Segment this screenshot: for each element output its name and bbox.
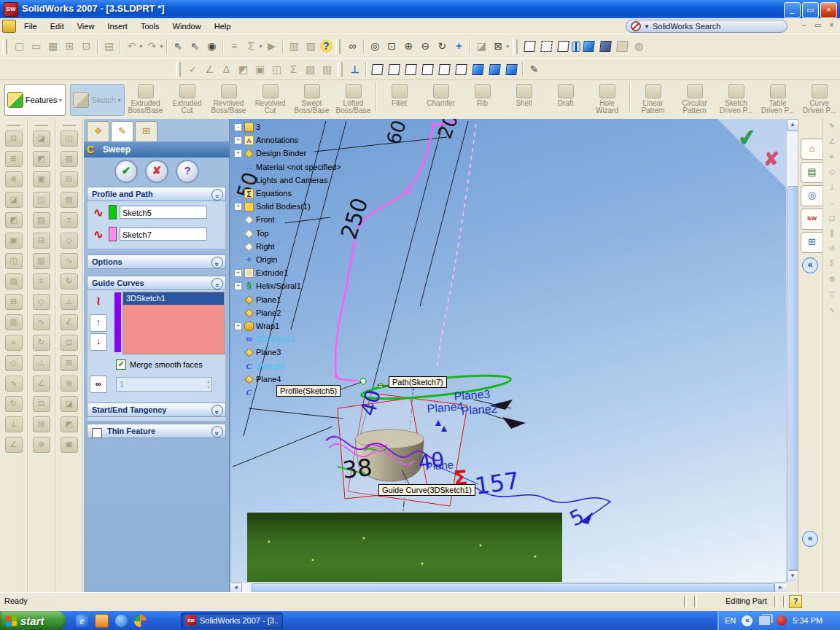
dim-60[interactable]: 60 [382,119,411,147]
feature-tool-icon[interactable]: ▥ [33,253,50,269]
feature-tool-icon[interactable]: ∠ [5,437,23,453]
feature-tool-icon[interactable]: ≡ [5,335,23,351]
restore-button[interactable]: ▭ [802,2,819,18]
tree-item-helix-spiral1[interactable]: +§Helix/Spiral1 [234,280,301,292]
language-indicator[interactable]: EN [725,616,736,625]
expand-box-icon[interactable]: + [234,282,242,290]
feature-tool-icon[interactable]: ◩ [5,212,23,228]
feature-tool-icon[interactable]: ⊞ [33,416,50,432]
button-circular-pattern[interactable]: Circular Pattern [674,84,715,117]
feature-tool-icon[interactable]: ◪ [61,396,78,412]
shadows-icon[interactable] [599,41,612,52]
top-view-icon[interactable] [438,64,451,75]
button-linear-pattern[interactable]: Linear Pattern [632,84,674,117]
button-lofted-boss-base[interactable]: Lofted Boss/Base [332,84,374,117]
scroll-left-icon[interactable]: ◄ [230,583,242,593]
measure-icon[interactable]: ∠ [202,62,217,77]
annotation-tool-icon[interactable]: Σ [825,258,839,271]
make-assembly-icon[interactable]: ⊡ [79,39,94,54]
menu-edit[interactable]: Edit [44,20,71,32]
merge-smooth-faces-checkbox[interactable]: ✓ [116,359,126,370]
undo-dropdown-icon[interactable]: ▼ [139,44,144,49]
plane4-label[interactable]: Plane4 [427,400,464,415]
feature-tool-icon[interactable]: ◫ [33,192,50,208]
tree-item-design-binder[interactable]: +Design Binder [234,147,306,159]
feature-tool-icon[interactable]: ≡ [33,273,50,289]
annotation-tool-icon[interactable]: ∠ [825,136,839,148]
equations-dropdown-icon[interactable]: ▼ [258,44,263,49]
equations-icon[interactable]: Σ [244,39,259,54]
feature-tool-icon[interactable]: ⊡ [61,335,78,351]
wireframe-icon[interactable] [524,41,536,52]
show-sections-button[interactable]: ∞ [90,376,107,393]
button-chamfer[interactable]: Chamfer [420,84,462,117]
features-dropdown-icon[interactable]: ▼ [58,98,63,103]
equations-tool-icon[interactable]: Σ [286,62,301,77]
feature-manager-tab[interactable]: ❖ [87,121,109,142]
annotation-tool-icon[interactable]: ≡ [825,151,839,163]
tree-item-top[interactable]: +Top [234,228,269,239]
feature-tool-icon[interactable]: ↻ [61,273,78,289]
feature-tool-icon[interactable]: ▣ [61,437,78,453]
annotation-tool-icon[interactable]: ✎ [825,120,839,133]
expand-box-icon[interactable]: + [234,269,242,277]
path-sketch7-curve[interactable] [335,121,477,381]
dim-157[interactable]: 157 [473,467,521,500]
configuration-manager-tab[interactable]: ⊞ [135,121,158,142]
graphics-viewport[interactable]: Plane3 Plane4 Plane2 Plane 60 20 50 250 … [230,119,787,582]
task-pane-icon[interactable]: ▥ [287,39,302,54]
feature-tool-icon[interactable]: ⊕ [5,171,23,187]
button-extruded-boss-base[interactable]: Extruded Boss/Base [125,84,166,117]
sketch-tab[interactable]: Sketch ▼ [70,84,125,116]
feature-tool-icon[interactable]: ⊕ [61,376,78,392]
feature-tool-icon[interactable]: ◩ [61,416,78,432]
section-properties-icon[interactable]: ◩ [236,62,251,77]
zoom-in-out-icon[interactable]: ⊕ [401,39,416,54]
button-draft[interactable]: Draft [545,84,586,117]
chevron-down-icon[interactable]: ▼ [644,23,650,30]
path-selection-field[interactable]: Sketch7 [120,228,207,241]
property-manager-tab[interactable]: ✎ [111,121,133,142]
zoom-to-selection-icon[interactable]: ⊖ [418,39,433,54]
feature-tool-icon[interactable]: ◇ [33,294,50,310]
minimize-button[interactable]: _ [784,2,801,18]
ok-button[interactable]: ✔ [114,160,138,183]
dim-250[interactable]: 250 [335,195,373,242]
options-icon[interactable]: ▶ [264,39,279,54]
save-icon[interactable]: ▦ [45,39,61,54]
child-minimize-button[interactable]: − [798,20,809,31]
annotation-tool-icon[interactable]: ∿ [825,304,839,316]
view-orientation-icon[interactable]: ⊠ [491,39,506,54]
button-revolved-boss-base[interactable]: Revolved Boss/Base [208,84,249,117]
profile-selection-field[interactable]: Sketch5 [120,206,207,219]
feature-tool-icon[interactable]: ⊥ [33,355,50,371]
feature-tool-icon[interactable]: ∿ [61,253,78,269]
feature-tool-icon[interactable]: ↻ [33,335,50,351]
annotation-tool-icon[interactable]: ⊥ [825,182,839,194]
cancel-button[interactable]: ✘ [145,160,168,183]
annotation-tool-icon[interactable]: ◻ [825,212,839,225]
feature-tool-icon[interactable]: ⊟ [61,171,78,187]
collapse-chevron-icon[interactable]: » [211,189,223,201]
trimetric-view-icon[interactable] [489,64,501,75]
quicklaunch-icon[interactable] [95,614,109,628]
back-view-icon[interactable] [388,64,400,75]
panels-icon[interactable]: ▨ [303,39,319,54]
feature-tool-icon[interactable]: ⊥ [5,416,23,432]
tree-item-right[interactable]: +Right [234,241,275,252]
feature-tool-icon[interactable]: ▨ [33,212,50,228]
button-extruded-cut[interactable]: Extruded Cut [166,84,208,117]
guide-curve-list-item[interactable]: 3DSketch1 [123,292,224,305]
vertical-scroll-thumb[interactable] [788,186,798,570]
undo-icon[interactable]: ↶ [124,39,139,54]
shaded-icon[interactable] [583,41,595,52]
feature-tool-icon[interactable]: ◪ [33,131,50,147]
section-number-spinner[interactable]: 1 ▲▼ [116,377,212,392]
hidden-lines-removed-icon[interactable] [557,41,569,52]
taskbar-solidworks-button[interactable]: SW SolidWorks 2007 - [3.... [181,612,283,629]
move-up-button[interactable]: ↑ [90,314,107,332]
front-view-icon[interactable] [371,64,384,75]
menu-file[interactable]: File [18,20,44,32]
thin-feature-header[interactable]: ✓ Thin Feature » [87,424,226,438]
move-down-button[interactable]: ↓ [90,333,107,351]
